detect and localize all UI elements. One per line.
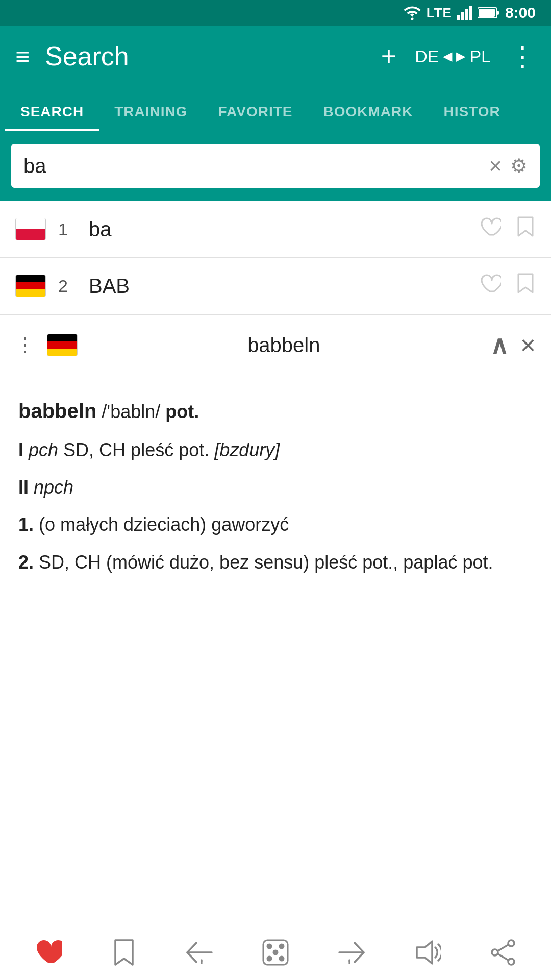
app-bar-actions: + DE ◀ ▶ PL ⋮ <box>381 41 536 71</box>
svg-point-20 <box>492 949 498 955</box>
bottom-navigation <box>0 924 551 980</box>
svg-line-22 <box>498 945 508 951</box>
svg-rect-3 <box>465 9 468 20</box>
flag-de-def <box>47 334 78 356</box>
svg-marker-18 <box>417 941 432 964</box>
svg-point-15 <box>267 957 271 961</box>
add-icon[interactable]: + <box>381 41 396 71</box>
definition-header: ⋮ babbeln ∧ × <box>0 315 551 375</box>
def-point-1-num: 1. <box>18 514 34 535</box>
def-section-I-italic: [bzdury] <box>214 439 280 460</box>
menu-icon[interactable]: ≡ <box>15 42 30 70</box>
audio-icon <box>413 938 441 967</box>
signal-icon <box>457 6 472 20</box>
result-2-actions <box>479 272 536 300</box>
favorite-icon-2[interactable] <box>479 272 501 300</box>
def-point-2-num: 2. <box>18 552 34 573</box>
result-word-1: ba <box>89 218 466 241</box>
flag-pl-1 <box>15 218 46 240</box>
bookmark-icon-1[interactable] <box>515 215 536 243</box>
language-switcher[interactable]: DE ◀ ▶ PL <box>415 46 491 66</box>
svg-point-11 <box>267 944 271 948</box>
battery-icon <box>478 6 500 19</box>
result-item-1[interactable]: 1 ba <box>0 201 551 258</box>
result-word-2: BAB <box>89 275 466 298</box>
svg-rect-7 <box>497 11 499 15</box>
nav-forward[interactable] <box>321 932 382 973</box>
search-container: × ⚙ <box>0 133 551 201</box>
wifi-icon <box>403 6 421 20</box>
nav-back[interactable] <box>169 932 230 973</box>
result-number-2: 2 <box>58 276 77 296</box>
svg-point-21 <box>508 959 514 965</box>
lang-from: DE <box>415 46 439 66</box>
settings-icon[interactable]: ⚙ <box>510 155 528 177</box>
result-1-actions <box>479 215 536 243</box>
lang-arrow-left: ◀ <box>443 49 452 63</box>
def-section-II: II <box>18 477 29 498</box>
definition-body: babbeln /'babln/ pot. I pch SD, CH pleść… <box>0 375 551 602</box>
bookmark-nav-icon <box>112 938 136 967</box>
tab-bookmark[interactable]: BOOKMARK <box>308 94 429 131</box>
def-section-I-text: SD, CH pleść pot. <box>63 439 214 460</box>
svg-point-0 <box>411 18 413 20</box>
nav-share[interactable] <box>472 932 534 973</box>
search-input[interactable] <box>23 155 481 178</box>
svg-line-23 <box>498 954 508 960</box>
definition-panel: ⋮ babbeln ∧ × babbeln /'babln/ pot. I pc… <box>0 314 551 602</box>
def-pronunciation: /'babln/ <box>102 401 165 422</box>
def-point-2-text: SD, CH (mówić dużo, bez sensu) pleść pot… <box>39 552 493 573</box>
status-icons: LTE 8:00 <box>403 4 536 21</box>
back-icon <box>185 941 214 964</box>
def-point-1-text: (o małych dzieciach) gaworzyć <box>39 514 289 535</box>
svg-point-19 <box>508 940 514 946</box>
tab-favorite[interactable]: FAVORITE <box>203 94 308 131</box>
def-section-I: I <box>18 439 23 460</box>
more-icon[interactable]: ⋮ <box>509 41 536 71</box>
nav-bookmark[interactable] <box>93 932 155 973</box>
tab-search[interactable]: SEARCH <box>5 94 99 131</box>
def-label-pot: pot. <box>165 401 199 422</box>
app-bar: ≡ Search + DE ◀ ▶ PL ⋮ <box>0 26 551 87</box>
lang-to: PL <box>469 46 491 66</box>
definition-options-icon[interactable]: ⋮ <box>15 334 35 356</box>
nav-favorite[interactable] <box>17 932 79 973</box>
dice-icon <box>261 938 290 967</box>
bookmark-icon-2[interactable] <box>515 272 536 300</box>
share-icon <box>489 938 517 967</box>
results-list: 1 ba 2 BAB <box>0 201 551 314</box>
app-title: Search <box>45 41 366 71</box>
svg-rect-1 <box>457 15 460 20</box>
svg-rect-6 <box>479 9 495 17</box>
flag-de-2 <box>15 275 46 297</box>
nav-random[interactable] <box>245 932 306 973</box>
status-bar: LTE 8:00 <box>0 0 551 26</box>
definition-headword: babbeln <box>90 334 478 357</box>
def-section-I-label: pch <box>29 439 63 460</box>
svg-point-12 <box>273 950 278 954</box>
heart-filled-icon <box>34 938 62 967</box>
tab-training[interactable]: TRAINING <box>99 94 203 131</box>
svg-rect-4 <box>469 6 472 20</box>
search-box: × ⚙ <box>10 143 541 189</box>
lang-arrow-right: ▶ <box>456 49 465 63</box>
collapse-definition-icon[interactable]: ∧ <box>490 331 508 359</box>
close-definition-icon[interactable]: × <box>520 330 536 360</box>
clear-search-icon[interactable]: × <box>489 153 502 179</box>
result-number-1: 1 <box>58 219 77 239</box>
svg-point-13 <box>280 957 284 961</box>
def-section-II-label: npch <box>34 477 73 498</box>
lte-icon: LTE <box>427 5 452 21</box>
forward-icon <box>337 941 366 964</box>
tab-bar: SEARCH TRAINING FAVORITE BOOKMARK HISTOR <box>0 87 551 133</box>
def-headword-text: babbeln <box>18 400 96 422</box>
nav-audio[interactable] <box>396 932 458 973</box>
tab-history[interactable]: HISTOR <box>429 94 516 131</box>
clock: 8:00 <box>505 4 536 21</box>
result-item-2[interactable]: 2 BAB <box>0 258 551 314</box>
favorite-icon-1[interactable] <box>479 215 501 243</box>
svg-rect-2 <box>461 12 464 20</box>
svg-point-14 <box>280 944 284 948</box>
